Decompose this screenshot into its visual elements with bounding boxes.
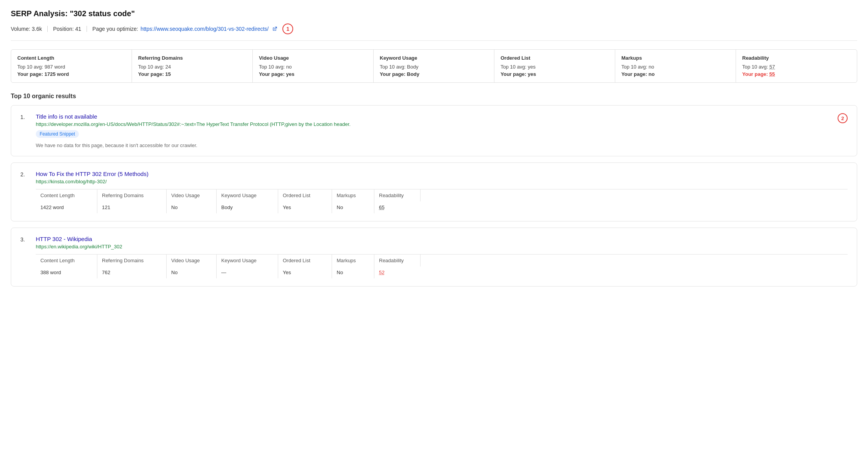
metric-label: Keyword Usage	[380, 55, 488, 61]
metric-value-referring-domains: 121	[97, 201, 167, 213]
metric-label: Readability	[742, 55, 851, 61]
result-badge-row: Featured Snippet	[36, 130, 838, 141]
metric-value-content-length: 1422 word	[36, 201, 97, 213]
metric-markups: Markups Top 10 avg: no Your page: no	[615, 50, 736, 82]
metric-header-readability: Readability	[374, 255, 421, 266]
metric-header-keyword-usage: Keyword Usage	[217, 189, 278, 201]
your-value: 55	[770, 71, 775, 77]
metric-header-markups: Markups	[332, 189, 374, 201]
metric-value-keyword-usage: Body	[217, 201, 278, 213]
metric-your: Your page: yes	[501, 71, 609, 77]
metric-label: Referring Domains	[138, 55, 246, 61]
metric-header-markups: Markups	[332, 255, 374, 266]
meta-bar: Volume: 3.6k Position: 41 Page you optim…	[11, 23, 857, 41]
metric-header-keyword-usage: Keyword Usage	[217, 255, 278, 266]
metric-value-markups: No	[332, 266, 374, 278]
result-card-3: 3. HTTP 302 - Wikipedia https://en.wikip…	[11, 228, 857, 286]
metric-ordered-list: Ordered List Top 10 avg: yes Your page: …	[494, 50, 615, 82]
metric-your: Your page: yes	[259, 71, 367, 77]
metric-value-ordered-list: Yes	[278, 201, 332, 213]
result-title[interactable]: HTTP 302 - Wikipedia	[36, 236, 848, 242]
result-body: HTTP 302 - Wikipedia https://en.wikipedi…	[36, 236, 848, 278]
metric-your: Your page: 15	[138, 71, 246, 77]
metric-value-markups: No	[332, 201, 374, 213]
metric-value-video-usage: No	[167, 201, 217, 213]
result-header: 2. How To Fix the HTTP 302 Error (5 Meth…	[20, 171, 848, 213]
volume: Volume: 3.6k	[11, 26, 48, 32]
metric-header-video-usage: Video Usage	[167, 189, 217, 201]
badge-1: 1	[282, 23, 293, 34]
metric-avg: Top 10 avg: 987 word	[17, 64, 125, 70]
metric-header-video-usage: Video Usage	[167, 255, 217, 266]
result-url[interactable]: https://en.wikipedia.org/wiki/HTTP_302	[36, 244, 848, 250]
external-link-icon	[272, 27, 277, 31]
result-title[interactable]: How To Fix the HTTP 302 Error (5 Methods…	[36, 171, 848, 177]
result-number: 1.	[20, 113, 30, 120]
metric-avg: Top 10 avg: no	[259, 64, 367, 70]
no-data-text: We have no data for this page, because i…	[36, 142, 838, 148]
metric-avg: Top 10 avg: no	[621, 64, 729, 70]
avg-value: 57	[770, 64, 775, 70]
metric-value-ordered-list: Yes	[278, 266, 332, 278]
metric-header-readability: Readability	[374, 189, 421, 201]
metric-avg: Top 10 avg: 57	[742, 64, 851, 70]
optimize-url[interactable]: https://www.seoquake.com/blog/301-vs-302…	[140, 26, 269, 32]
metric-your: Your page: no	[621, 71, 729, 77]
result-url[interactable]: https://developer.mozilla.org/en-US/docs…	[36, 121, 838, 127]
metric-header-ordered-list: Ordered List	[278, 255, 332, 266]
metric-video-usage: Video Usage Top 10 avg: no Your page: ye…	[253, 50, 374, 82]
metric-readability: Readability Top 10 avg: 57 Your page: 55	[736, 50, 857, 82]
metric-your: Your page: 1725 word	[17, 71, 125, 77]
result-card-1: 1. Title info is not available https://d…	[11, 105, 857, 156]
metric-header-referring-domains: Referring Domains	[97, 189, 167, 201]
section-title: Top 10 organic results	[11, 93, 857, 100]
optimize-label: Page you optimize:	[92, 26, 138, 32]
optimize-page: Page you optimize: https://www.seoquake.…	[92, 23, 299, 34]
metric-header-referring-domains: Referring Domains	[97, 255, 167, 266]
result-card-2: 2. How To Fix the HTTP 302 Error (5 Meth…	[11, 162, 857, 221]
metric-value-content-length: 388 word	[36, 266, 97, 278]
metric-referring-domains: Referring Domains Top 10 avg: 24 Your pa…	[132, 50, 253, 82]
result-number: 3.	[20, 236, 30, 243]
metric-value-readability: 65	[374, 201, 421, 213]
badge-2: 2	[838, 113, 848, 123]
result-body: Title info is not available https://deve…	[36, 113, 848, 148]
result-header: 3. HTTP 302 - Wikipedia https://en.wikip…	[20, 236, 848, 278]
metric-content-length: Content Length Top 10 avg: 987 word Your…	[11, 50, 132, 82]
metric-keyword-usage: Keyword Usage Top 10 avg: Body Your page…	[374, 50, 494, 82]
metric-your: Your page: Body	[380, 71, 488, 77]
metric-label: Video Usage	[259, 55, 367, 61]
metric-avg: Top 10 avg: yes	[501, 64, 609, 70]
metric-value-keyword-usage: —	[217, 266, 278, 278]
result-body: How To Fix the HTTP 302 Error (5 Methods…	[36, 171, 848, 213]
metric-header-content-length: Content Length	[36, 189, 97, 201]
metric-value-referring-domains: 762	[97, 266, 167, 278]
metric-label: Content Length	[17, 55, 125, 61]
featured-snippet-badge: Featured Snippet	[36, 130, 79, 138]
metric-avg: Top 10 avg: 24	[138, 64, 246, 70]
metric-header-content-length: Content Length	[36, 255, 97, 266]
result-metrics-table: Content Length Referring Domains Video U…	[36, 254, 848, 278]
metrics-grid: Content Length Top 10 avg: 987 word Your…	[11, 49, 857, 83]
result-url[interactable]: https://kinsta.com/blog/http-302/	[36, 179, 848, 184]
metric-value-readability: 52	[374, 266, 421, 278]
result-title[interactable]: Title info is not available	[36, 113, 838, 120]
metric-your: Your page: 55	[742, 71, 851, 77]
page-title: SERP Analysis: "302 status code"	[11, 9, 857, 18]
metric-value-video-usage: No	[167, 266, 217, 278]
metric-label: Ordered List	[501, 55, 609, 61]
metric-header-ordered-list: Ordered List	[278, 189, 332, 201]
position: Position: 41	[53, 26, 87, 32]
result-number: 2.	[20, 171, 30, 178]
metric-label: Markups	[621, 55, 729, 61]
metric-avg: Top 10 avg: Body	[380, 64, 488, 70]
result-metrics-table: Content Length Referring Domains Video U…	[36, 189, 848, 213]
result-header: 1. Title info is not available https://d…	[20, 113, 848, 148]
